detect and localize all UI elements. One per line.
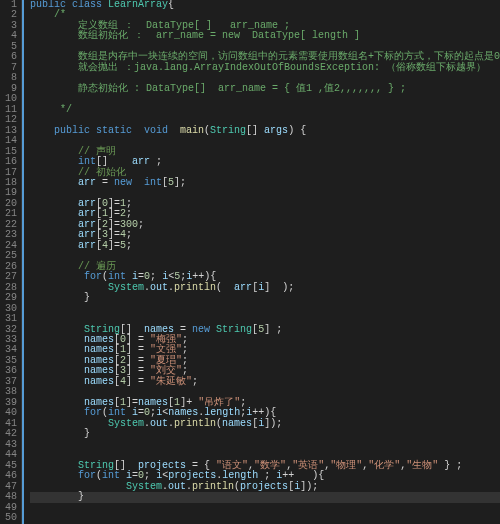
token-pun [30, 146, 78, 157]
token-pun [30, 167, 78, 178]
token-pun [30, 376, 84, 387]
token-pun: ; [258, 470, 276, 481]
token-id: names [84, 376, 114, 387]
token-kw: int [108, 407, 132, 418]
code-line[interactable] [30, 503, 500, 513]
token-doc: 数组初始化 ： arr_name = new DataType[ length … [30, 30, 360, 41]
code-line[interactable] [30, 94, 500, 104]
line-number: 14 [2, 136, 17, 146]
token-doc: /* [30, 9, 66, 20]
code-line[interactable]: arr[4]=5; [30, 241, 500, 251]
line-number-gutter: 1234567891011121314151617181920212223242… [0, 0, 22, 524]
code-line[interactable]: System.out.println( arr[i] ); [30, 283, 500, 293]
token-pun: ]= [108, 198, 120, 209]
code-line[interactable]: } [30, 429, 500, 439]
token-doc [30, 93, 36, 104]
token-id: length [204, 407, 240, 418]
token-type: String [84, 324, 120, 335]
code-line[interactable]: 静态初始化 : DataType[] arr_name = { 值1 ,值2,,… [30, 84, 500, 94]
token-id: projects [168, 470, 216, 481]
token-type: System [108, 282, 144, 293]
token-pun: ]); [264, 418, 282, 429]
code-line[interactable]: */ [30, 105, 500, 115]
token-pun [30, 512, 36, 523]
token-pun: ; [126, 198, 132, 209]
token-id: arr [132, 156, 150, 167]
token-pun: ]; [174, 177, 186, 188]
token-pun [30, 386, 36, 397]
code-line[interactable]: } [30, 293, 500, 303]
code-line[interactable] [30, 440, 500, 450]
code-line[interactable]: names[4] = "朱延敏"; [30, 377, 500, 387]
token-kw: public static void [54, 125, 180, 136]
token-str: "生物" [406, 460, 438, 471]
code-line[interactable]: arr = new int[5]; [30, 178, 500, 188]
token-id: arr [234, 282, 252, 293]
code-line[interactable]: 数组初始化 ： arr_name = new DataType[ length … [30, 31, 500, 41]
code-editor-area[interactable]: public class LearnArray{ /* 定义数组 ： DataT… [22, 0, 500, 524]
token-id: out [150, 418, 168, 429]
token-pun: ]= [108, 208, 120, 219]
token-pun: ; [144, 470, 156, 481]
token-pun [30, 365, 84, 376]
token-pun [30, 208, 78, 219]
token-kw: int [108, 271, 132, 282]
token-id: projects [138, 460, 186, 471]
code-line[interactable]: public static void main(String[] args) { [30, 126, 500, 136]
token-str: "数学" [254, 460, 286, 471]
token-kw: int [78, 156, 96, 167]
token-pun: ; [240, 397, 246, 408]
token-pun: ; [150, 156, 162, 167]
token-pun [30, 261, 78, 272]
token-pun [30, 439, 36, 450]
token-pun: [] [120, 324, 144, 335]
token-pun: { [168, 0, 174, 10]
token-pun [30, 135, 36, 146]
token-str: "物理" [330, 460, 362, 471]
token-pun: } [30, 428, 90, 439]
token-pun [30, 125, 54, 136]
token-doc: */ [30, 104, 72, 115]
token-doc [30, 72, 36, 83]
token-type: System [108, 418, 144, 429]
token-pun [30, 282, 108, 293]
line-number: 46 [2, 471, 17, 481]
code-line[interactable]: } [30, 492, 500, 502]
token-pun [30, 470, 78, 481]
token-id: args [264, 125, 288, 136]
code-line[interactable]: System.out.println(projects[i]); [30, 482, 500, 492]
token-id: names [84, 344, 114, 355]
token-pun [30, 407, 84, 418]
token-doc: 就会抛出 ：java.lang.ArrayIndexOutOfBoundsExc… [30, 62, 486, 73]
token-pun: = [174, 324, 192, 335]
token-pun: ++ ){ [282, 470, 324, 481]
token-pun [30, 303, 36, 314]
code-line[interactable]: System.out.println(names[i]); [30, 419, 500, 429]
token-id: arr [78, 240, 96, 251]
token-doc: 数组是内存中一块连续的空间，访问数组中的元素需要使用数组名+下标的方式，下标的起… [30, 51, 500, 62]
code-line[interactable] [30, 513, 500, 523]
token-str: "刘交" [150, 365, 182, 376]
code-line[interactable]: public class LearnArray{ [30, 0, 500, 10]
token-pun: } [30, 491, 84, 502]
token-fn: println [174, 282, 216, 293]
token-pun [30, 449, 36, 460]
token-cmt: // 初始化 [78, 167, 126, 178]
token-id: names [84, 397, 114, 408]
line-number: 16 [2, 157, 17, 167]
token-pun: ; [126, 240, 132, 251]
code-line[interactable] [30, 304, 500, 314]
token-pun: ]= [108, 240, 120, 251]
token-str: "化学" [368, 460, 400, 471]
token-id: names [222, 418, 252, 429]
token-pun: ; [150, 271, 162, 282]
token-doc: 静态初始化 : DataType[] arr_name = { 值1 ,值2,,… [30, 83, 406, 94]
token-str: "吊炸了" [198, 397, 240, 408]
token-id: names [138, 397, 168, 408]
token-pun: ; [192, 376, 198, 387]
token-num: 300 [120, 219, 138, 230]
token-fn: println [192, 481, 234, 492]
code-line[interactable]: 就会抛出 ：java.lang.ArrayIndexOutOfBoundsExc… [30, 63, 500, 73]
token-type: String [78, 460, 114, 471]
token-cmt: // 声明 [78, 146, 116, 157]
